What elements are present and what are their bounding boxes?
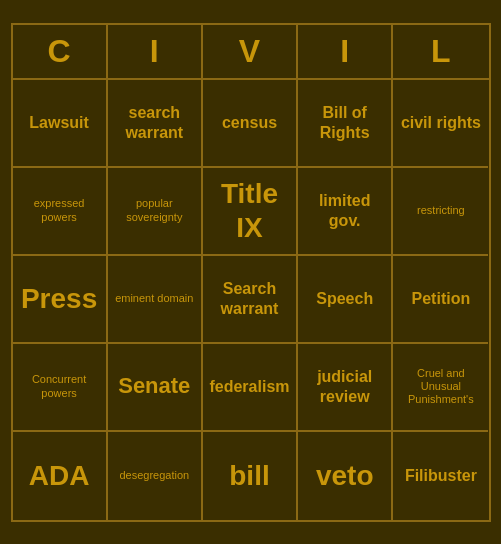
cell-text-16: Senate bbox=[118, 373, 190, 399]
grid-cell-17: federalism bbox=[203, 344, 298, 432]
header-letter-c-0: C bbox=[13, 25, 108, 78]
cell-text-18: judicial review bbox=[302, 367, 387, 405]
cell-text-22: bill bbox=[229, 459, 269, 493]
grid-cell-23: veto bbox=[298, 432, 393, 520]
grid-cell-5: expressed powers bbox=[13, 168, 108, 256]
grid-cell-6: popular sovereignty bbox=[108, 168, 203, 256]
cell-text-9: restricting bbox=[417, 204, 465, 217]
cell-text-17: federalism bbox=[209, 377, 289, 396]
cell-text-11: eminent domain bbox=[115, 292, 193, 305]
grid-cell-21: desegregation bbox=[108, 432, 203, 520]
bingo-card: CIVIL Lawsuitsearch warrantcensusBill of… bbox=[11, 23, 491, 522]
grid-cell-10: Press bbox=[13, 256, 108, 344]
grid-cell-14: Petition bbox=[393, 256, 488, 344]
header-letter-l-4: L bbox=[393, 25, 488, 78]
grid-cell-22: bill bbox=[203, 432, 298, 520]
grid-cell-0: Lawsuit bbox=[13, 80, 108, 168]
cell-text-21: desegregation bbox=[119, 469, 189, 482]
cell-text-19: Cruel and Unusual Punishment's bbox=[397, 367, 484, 407]
bingo-grid: Lawsuitsearch warrantcensusBill of Right… bbox=[13, 80, 489, 520]
cell-text-14: Petition bbox=[412, 289, 471, 308]
cell-text-20: ADA bbox=[29, 459, 90, 493]
grid-cell-13: Speech bbox=[298, 256, 393, 344]
grid-cell-8: limited gov. bbox=[298, 168, 393, 256]
cell-text-12: Search warrant bbox=[207, 279, 292, 317]
grid-cell-3: Bill of Rights bbox=[298, 80, 393, 168]
cell-text-15: Concurrent powers bbox=[17, 373, 102, 399]
grid-cell-16: Senate bbox=[108, 344, 203, 432]
cell-text-5: expressed powers bbox=[17, 197, 102, 223]
grid-cell-7: Title IX bbox=[203, 168, 298, 256]
grid-cell-2: census bbox=[203, 80, 298, 168]
cell-text-10: Press bbox=[21, 282, 97, 316]
grid-cell-19: Cruel and Unusual Punishment's bbox=[393, 344, 488, 432]
grid-cell-9: restricting bbox=[393, 168, 488, 256]
cell-text-0: Lawsuit bbox=[29, 113, 89, 132]
grid-cell-12: Search warrant bbox=[203, 256, 298, 344]
header-letter-i-3: I bbox=[298, 25, 393, 78]
cell-text-8: limited gov. bbox=[302, 191, 387, 229]
cell-text-13: Speech bbox=[316, 289, 373, 308]
header-row: CIVIL bbox=[13, 25, 489, 80]
grid-cell-20: ADA bbox=[13, 432, 108, 520]
grid-cell-18: judicial review bbox=[298, 344, 393, 432]
cell-text-23: veto bbox=[316, 459, 374, 493]
cell-text-2: census bbox=[222, 113, 277, 132]
cell-text-6: popular sovereignty bbox=[112, 197, 197, 223]
grid-cell-24: Filibuster bbox=[393, 432, 488, 520]
grid-cell-4: civil rights bbox=[393, 80, 488, 168]
grid-cell-15: Concurrent powers bbox=[13, 344, 108, 432]
cell-text-1: search warrant bbox=[112, 103, 197, 141]
cell-text-3: Bill of Rights bbox=[302, 103, 387, 141]
grid-cell-1: search warrant bbox=[108, 80, 203, 168]
grid-cell-11: eminent domain bbox=[108, 256, 203, 344]
header-letter-i-1: I bbox=[108, 25, 203, 78]
cell-text-24: Filibuster bbox=[405, 466, 477, 485]
header-letter-v-2: V bbox=[203, 25, 298, 78]
cell-text-4: civil rights bbox=[401, 113, 481, 132]
cell-text-7: Title IX bbox=[207, 177, 292, 244]
